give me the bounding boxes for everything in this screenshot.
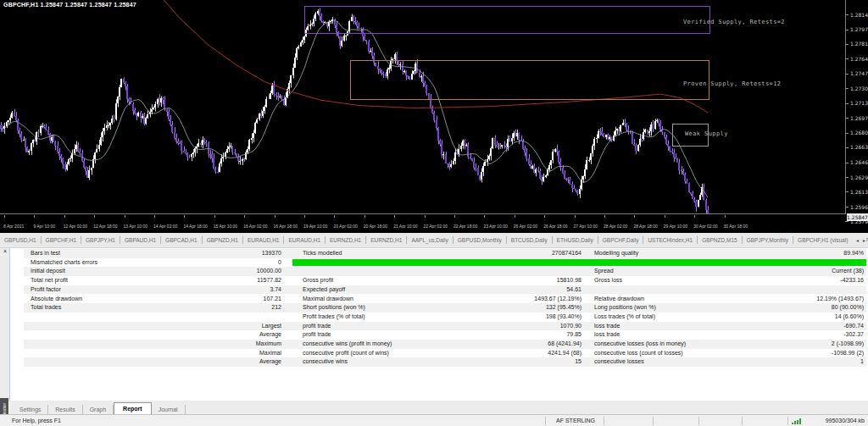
- chart-tab-gbpchf-daily[interactable]: GBPCHF,Daily: [598, 236, 644, 244]
- date-tick: [184, 215, 185, 218]
- chart-tab-gbpnzd-m15[interactable]: GBPNZD,M15: [698, 236, 743, 244]
- date-axis-label: 19 Apr 10:00: [303, 224, 327, 229]
- report-label: Expected payoff: [303, 285, 345, 295]
- report-value: Average: [112, 330, 281, 340]
- chart-tab-euraud-h1[interactable]: EURAUD,H1: [243, 236, 285, 244]
- price-tick: [845, 191, 849, 192]
- report-row: Largestprofit trade1070.90loss trade-690…: [24, 322, 866, 331]
- chart-tab-gbpusd-h1[interactable]: GBPUSD,H1: [0, 236, 42, 244]
- chart-panel[interactable]: GBPCHF,H1 1.25847 1.25847 1.25847 1.2584…: [0, 0, 868, 233]
- tester-tab-journal[interactable]: Journal: [152, 405, 186, 414]
- report-label: profit trade: [303, 330, 331, 340]
- tab-scroll-right-icon[interactable]: ►: [862, 238, 866, 243]
- chart-tab-gbpchf-h1[interactable]: GBPCHF,H1: [42, 236, 81, 244]
- chart-tab-euraud-h1[interactable]: EURAUD,H1: [284, 236, 326, 244]
- date-axis-label: 14 Apr 02:00: [153, 224, 177, 229]
- chart-tab-ustechindex-h1[interactable]: USTECHIndex,H1: [643, 236, 698, 244]
- chart-tab-gbpjpy-h1[interactable]: GBPJPY,H1: [81, 236, 120, 244]
- price-tick: [845, 103, 849, 104]
- price-axis-label: 1.28145: [850, 12, 868, 18]
- date-tick: [275, 215, 275, 218]
- price-tick: [845, 221, 849, 222]
- report-label: Short positions (won %): [303, 303, 365, 313]
- price-tick: [845, 133, 849, 134]
- tester-tab-graph[interactable]: Graph: [83, 405, 114, 414]
- report-label: Bars in test: [31, 249, 60, 258]
- chart-symbol-title: GBPCHF,H1 1.25847 1.25847 1.25847 1.2584…: [3, 2, 136, 8]
- chart-tab-aapl-us-daily[interactable]: AAPL_us,Daily: [407, 236, 453, 244]
- current-price-badge: 1.25847: [847, 213, 868, 221]
- date-axis-label: 16 Apr 02:00: [243, 224, 267, 229]
- date-tick: [694, 215, 695, 218]
- date-axis-label: 28 Apr 02:00: [604, 224, 627, 229]
- tester-tab-settings[interactable]: Settings: [13, 405, 48, 414]
- chart-tab-btcusd-daily[interactable]: BTCUSD,Daily: [507, 236, 553, 244]
- date-axis-label: 27 Apr 10:00: [574, 224, 598, 229]
- date-axis-label: 8 Apr 2021: [3, 224, 24, 229]
- status-separator: [742, 417, 743, 425]
- proven-supply-zone-label: Proven Supply, Retests=12: [683, 80, 781, 87]
- price-axis-label: 1.27475: [850, 70, 868, 76]
- price-tick: [845, 74, 849, 75]
- date-tick: [214, 215, 215, 218]
- price-axis-label: 1.26970: [850, 115, 868, 121]
- report-value: Largest: [112, 322, 281, 331]
- status-account-name: AF STERLING: [547, 418, 604, 423]
- price-tick: [845, 163, 849, 163]
- price-tick: [845, 14, 849, 15]
- date-axis-label: 9 Apr 10:00: [33, 224, 55, 229]
- price-axis-label: 1.26130: [850, 189, 868, 195]
- report-value: 14 (6.60%): [721, 313, 864, 322]
- close-icon[interactable]: ×: [2, 248, 8, 255]
- chart-tab-eurnzd-h1[interactable]: EURNZD,H1: [366, 236, 407, 244]
- date-tick: [604, 215, 605, 218]
- report-value: 132 (95.45%): [390, 303, 581, 313]
- price-tick: [845, 147, 849, 148]
- chart-tab-gbpaud-h1[interactable]: GBPAUD,H1: [120, 236, 161, 244]
- chart-tab-gbpchf-h1-visual-[interactable]: GBPCHF,H1 (visual): [793, 236, 853, 244]
- tab-scroll-left-icon[interactable]: ◄: [855, 238, 860, 243]
- report-value: 198 (93.40%): [390, 313, 581, 322]
- report-label: consecutive wins: [303, 357, 348, 367]
- report-label: Mismatched charts errors: [31, 258, 97, 268]
- report-label: Gross profit: [303, 276, 333, 285]
- report-label: Relative drawdown: [594, 295, 644, 304]
- date-axis-label: 22 Apr 02:00: [424, 224, 448, 229]
- candlestick-chart[interactable]: [0, 0, 846, 214]
- report-value: 0: [112, 258, 281, 268]
- date-tick: [725, 215, 726, 218]
- date-axis-label: 30 Apr 18:00: [724, 224, 748, 229]
- date-axis-label: 21 Apr 10:00: [393, 224, 417, 229]
- report-value: 212: [112, 303, 281, 313]
- report-row: Profit factor3.74Expected payoff54.61: [24, 285, 866, 295]
- chart-tab-scrollers: ◄ ►: [852, 233, 866, 247]
- chart-tab-ethusd-daily[interactable]: ETHUSD,Daily: [553, 236, 598, 244]
- chart-tab-gbpjpy-monthly[interactable]: GBPJPY,Monthly: [743, 236, 793, 244]
- date-tick: [94, 215, 95, 218]
- tester-tab-report[interactable]: Report: [114, 402, 152, 414]
- metatrader-tester-window: { "chart": { "title": "GBPCHF,H1 1.25847…: [0, 0, 868, 426]
- report-value: 1493.67 (12.19%): [390, 295, 581, 304]
- report-label: Profit trades (% of total): [303, 313, 365, 322]
- report-label: Profit factor: [31, 285, 61, 295]
- chart-tab-eurnzd-h1[interactable]: EURNZD,H1: [326, 236, 366, 244]
- date-axis-label: 28 Apr 18:00: [633, 224, 657, 229]
- status-separator: [545, 417, 546, 425]
- chart-tab-gbpcad-h1[interactable]: GBPCAD,H1: [161, 236, 203, 244]
- chart-tab-gbpusd-monthly[interactable]: GBPUSD,Monthly: [453, 236, 507, 244]
- report-row: Profit trades (% of total)198 (93.40%)Lo…: [24, 313, 866, 322]
- report-value: 12.19% (1493.67): [721, 295, 864, 304]
- status-separator: [698, 417, 699, 425]
- status-memory-usage: 995030/304 kb: [826, 418, 865, 423]
- report-value: 1070.90: [390, 322, 581, 331]
- date-axis-label: 26 Apr 02:00: [514, 224, 537, 229]
- report-row: Absolute drawdown107.21Maximal drawdown1…: [24, 295, 866, 304]
- date-tick: [394, 215, 395, 218]
- tester-tab-results[interactable]: Results: [48, 405, 82, 414]
- report-label: Initial deposit: [31, 267, 65, 276]
- report-label: Gross loss: [594, 276, 622, 285]
- report-value: -4233.16: [721, 276, 864, 285]
- chart-tab-gbpnzd-h1[interactable]: GBPNZD,H1: [203, 236, 243, 244]
- report-label: consecutive loss (count of losses): [594, 349, 683, 358]
- report-row: Averageconsecutive wins15consecutive los…: [24, 357, 866, 367]
